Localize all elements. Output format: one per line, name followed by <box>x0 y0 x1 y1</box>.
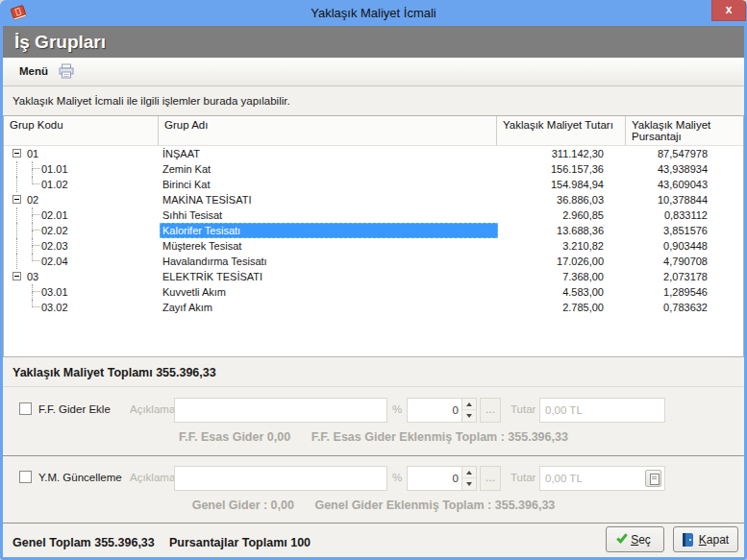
group-name: Zayıf Akım <box>160 300 498 315</box>
table-row[interactable]: 03 ELEKTRİK TESİSATI 7.368,00 2,073178 <box>4 269 743 284</box>
approx-total-bar: Yaklaşık Maliyet Toplamı 355.396,33 <box>3 356 744 387</box>
group-percent: 0,783632 <box>625 300 708 315</box>
note-edit-icon[interactable] <box>645 470 661 487</box>
group-percent: 43,609043 <box>625 177 708 192</box>
page-title: İş Grupları <box>3 26 744 58</box>
group-name-cell[interactable]: Havalandırma Tesisatı <box>160 254 498 269</box>
spin-up-icon[interactable] <box>462 399 476 410</box>
footer: Genel Toplam 355.396,33 Pursantajlar Top… <box>3 523 744 557</box>
ff-percent-label: % <box>392 403 402 415</box>
group-name-cell[interactable]: MAKİNA TESİSATI <box>160 192 498 207</box>
approx-total-text: Yaklaşık Maliyet Toplamı 355.396,33 <box>12 366 216 379</box>
group-percent: 1,289546 <box>625 284 708 300</box>
group-percent: 43,938934 <box>625 161 708 177</box>
ff-tutar-input[interactable] <box>539 398 665 423</box>
ym-percent-spinner[interactable]: 0 <box>407 466 477 491</box>
ym-guncelleme-section: Y.M. Güncelleme Açıklama % 0 ... Tutar G… <box>3 457 744 523</box>
group-percent: 4,790708 <box>625 254 708 269</box>
group-code: 02.03 <box>41 238 68 254</box>
group-name: Zemin Kat <box>160 161 498 177</box>
ff-summary: F.F. Esas Gider 0,00 F.F. Esas Gider Ekl… <box>3 430 744 444</box>
check-icon <box>616 531 628 543</box>
column-header-grup-adi[interactable]: Grup Adı <box>158 116 496 145</box>
sec-button[interactable]: Seç <box>606 526 664 552</box>
group-code: 03 <box>27 269 38 284</box>
group-name-cell[interactable]: Zayıf Akım <box>160 300 498 315</box>
table-row[interactable]: 02.04 Havalandırma Tesisatı 17.026,00 4,… <box>4 254 743 269</box>
table-row[interactable]: 03.01 Kuvvetli Akım 4.583,00 1,289546 <box>4 284 743 300</box>
tree-cell: 01.01 <box>4 161 158 177</box>
tree-line <box>16 223 17 238</box>
genel-gider-text: Genel Gider : 0,00 <box>192 499 294 512</box>
ym-percent-value: 0 <box>411 467 459 490</box>
table-row[interactable]: 01.02 Birinci Kat 154.984,94 43,609043 <box>4 177 743 192</box>
titlebar[interactable]: Yaklaşık Maliyet İcmali x <box>0 0 747 26</box>
tree-connector <box>32 207 39 215</box>
tree-cell: 03.02 <box>4 300 158 315</box>
dialog-window: Yaklaşık Maliyet İcmali x İş Grupları Me… <box>0 0 747 560</box>
column-header-tutar[interactable]: Yaklaşık Maliyet Tutarı <box>496 116 625 145</box>
table-row[interactable]: 03.02 Zayıf Akım 2.785,00 0,783632 <box>4 300 743 315</box>
ff-gider-checkbox[interactable] <box>19 402 32 415</box>
tree-line <box>16 177 17 192</box>
dialog-body: İş Grupları Menü Yaklaşık Maliyet İcmali… <box>3 26 744 557</box>
print-icon[interactable] <box>58 63 75 80</box>
spinner-buttons <box>461 467 476 490</box>
group-name: Müşterek Tesisat <box>160 238 498 254</box>
spin-up-icon[interactable] <box>462 467 476 478</box>
pursantaj-toplam-text: Pursantajlar Toplamı 100 <box>169 536 311 549</box>
ym-more-button[interactable]: ... <box>480 466 501 491</box>
tree-collapse-icon[interactable] <box>12 272 21 280</box>
tree-cell: 02.04 <box>4 254 158 269</box>
group-name-cell[interactable]: Sıhhi Tesisat <box>160 207 498 223</box>
ff-percent-spinner[interactable]: 0 <box>407 398 477 423</box>
table-header: Grup Kodu Grup Adı Yaklaşık Maliyet Tuta… <box>4 116 743 146</box>
ym-guncelleme-checkbox-label[interactable]: Y.M. Güncelleme <box>38 472 122 483</box>
group-name-cell[interactable]: Birinci Kat <box>160 177 498 192</box>
ff-eklenmis-toplam-text: F.F. Esas Gider Eklenmiş Toplam : 355.39… <box>311 430 568 444</box>
group-percent: 10,378844 <box>625 192 708 207</box>
group-name-cell[interactable]: Kuvvetli Akım <box>160 284 498 300</box>
group-amount: 311.142,30 <box>496 146 604 161</box>
tree-line <box>16 207 17 223</box>
group-code: 02.04 <box>41 254 68 269</box>
menu-button[interactable]: Menü <box>19 65 48 77</box>
group-name-cell[interactable]: Zemin Kat <box>160 161 498 177</box>
ff-aciklama-label: Açıklama <box>130 403 175 415</box>
ym-aciklama-input[interactable] <box>174 466 387 491</box>
kapat-button[interactable]: Kapat <box>673 526 738 552</box>
column-header-pursantaj[interactable]: Yaklaşık Maliyet Pursantajı <box>625 116 743 145</box>
group-code: 01.01 <box>41 161 68 177</box>
group-amount: 156.157,36 <box>496 161 604 177</box>
spin-down-icon[interactable] <box>462 478 476 490</box>
group-percent: 87,547978 <box>625 146 708 161</box>
tree-connector <box>32 238 39 246</box>
table-row[interactable]: 02.01 Sıhhi Tesisat 2.960,85 0,833112 <box>4 207 743 223</box>
ym-guncelleme-checkbox[interactable] <box>19 471 32 483</box>
column-header-grup-kodu[interactable]: Grup Kodu <box>4 116 158 145</box>
genel-gider-toplam-text: Genel Gider Eklenmiş Toplam : 355.396,33 <box>314 499 555 512</box>
group-name-cell[interactable]: ELEKTRİK TESİSATI <box>160 269 498 284</box>
group-name-cell[interactable]: İNŞAAT <box>160 146 498 161</box>
tree-connector <box>32 177 39 184</box>
ff-more-button[interactable]: ... <box>480 398 501 423</box>
spin-down-icon[interactable] <box>462 410 476 422</box>
ym-percent-label: % <box>392 472 402 483</box>
tree-connector-down <box>32 215 33 223</box>
group-name-cell[interactable]: Kalorifer Tesisatı <box>160 223 498 238</box>
close-button[interactable]: x <box>711 0 746 21</box>
table-row[interactable]: 02 MAKİNA TESİSATI 36.886,03 10,378844 <box>4 192 743 207</box>
group-name-cell[interactable]: Müşterek Tesisat <box>160 238 498 254</box>
group-amount: 2.785,00 <box>496 300 604 315</box>
tree-collapse-icon[interactable] <box>12 149 21 158</box>
table-row[interactable]: 01.01 Zemin Kat 156.157,36 43,938934 <box>4 161 743 177</box>
tree-collapse-icon[interactable] <box>12 195 21 204</box>
tree-line <box>16 161 17 177</box>
table-row[interactable]: 01 İNŞAAT 311.142,30 87,547978 <box>4 146 743 161</box>
group-name: MAKİNA TESİSATI <box>160 192 498 207</box>
ff-aciklama-input[interactable] <box>174 398 387 423</box>
table-row[interactable]: 02.03 Müşterek Tesisat 3.210,82 0,903448 <box>4 238 743 254</box>
table-row[interactable]: 02.02 Kalorifer Tesisatı 13.688,36 3,851… <box>4 223 743 238</box>
ff-gider-checkbox-label[interactable]: F.F. Gider Ekle <box>38 403 111 415</box>
groups-table: Grup Kodu Grup Adı Yaklaşık Maliyet Tuta… <box>3 115 744 356</box>
